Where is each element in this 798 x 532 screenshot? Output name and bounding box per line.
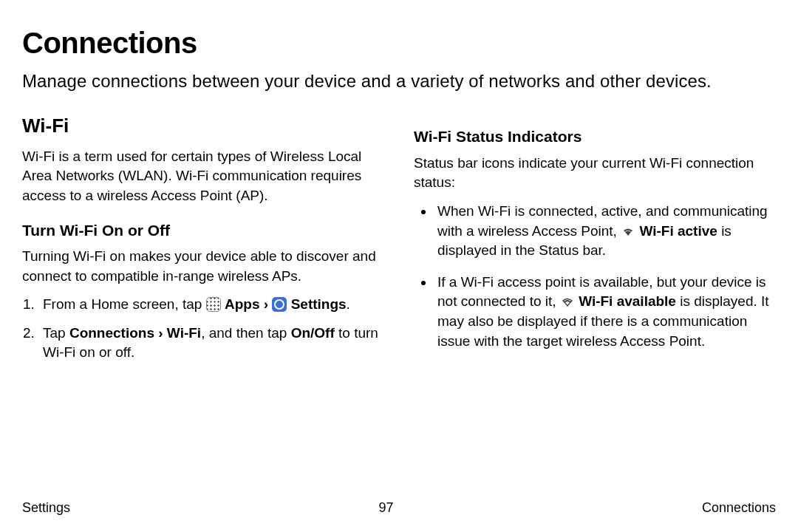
step-2-bold2: On/Off [291,325,335,341]
footer-right: Connections [702,499,776,517]
wifi-description: Wi-Fi is a term used for certain types o… [22,147,384,206]
right-column: Wi-Fi Status Indicators Status bar icons… [414,112,776,372]
page-title: Connections [22,22,776,64]
content-columns: Wi-Fi Wi-Fi is a term used for certain t… [22,112,776,372]
settings-icon [272,297,287,312]
step-2-bold1: Connections › Wi-Fi [69,325,201,341]
page-intro: Manage connections between your device a… [22,69,776,93]
left-column: Wi-Fi Wi-Fi is a term used for certain t… [22,112,384,372]
step-1-end: . [347,296,350,312]
steps-list: From a Home screen, tap Apps › Settings.… [22,295,384,363]
wifi-active-icon [621,224,635,239]
page-footer: Settings 97 Connections [22,499,776,517]
step-2: Tap Connections › Wi-Fi, and then tap On… [38,324,384,363]
step-2-mid: , and then tap [201,325,291,341]
chevron-icon: › [264,296,273,312]
turn-wifi-heading: Turn Wi-Fi On or Off [22,219,384,241]
apps-icon [206,297,221,312]
status-avail-bold: Wi-Fi available [579,293,676,309]
status-item-available: If a Wi-Fi access point is available, bu… [434,273,776,351]
step-1-text-pre: From a Home screen, tap [43,296,206,312]
status-active-bold: Wi-Fi active [639,223,717,239]
settings-label: Settings [291,296,347,312]
status-list: When Wi-Fi is connected, active, and com… [414,202,776,351]
footer-page-number: 97 [378,499,393,517]
status-indicators-intro: Status bar icons indicate your current W… [414,154,776,193]
footer-left: Settings [22,499,70,517]
wifi-heading: Wi-Fi [22,112,384,139]
step-1: From a Home screen, tap Apps › Settings. [38,295,384,315]
status-indicators-heading: Wi-Fi Status Indicators [414,126,776,147]
apps-label: Apps [225,296,260,312]
status-item-active: When Wi-Fi is connected, active, and com… [434,202,776,261]
wifi-available-icon [560,294,575,309]
step-2-pre: Tap [43,325,69,341]
turn-wifi-description: Turning Wi-Fi on makes your device able … [22,247,384,286]
